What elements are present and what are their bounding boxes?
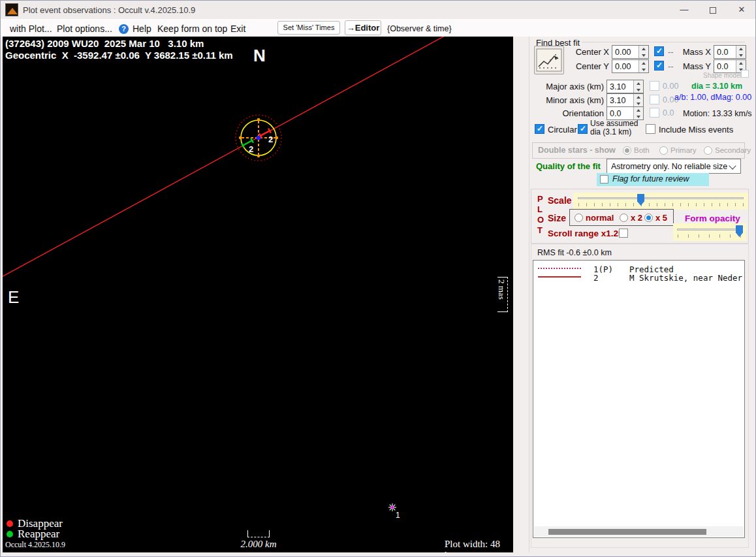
spinner-up-icon[interactable] [634, 80, 643, 87]
minor-axis-checkbox[interactable] [650, 95, 659, 104]
major-axis-spinner[interactable]: 3.10 [606, 80, 644, 93]
quality-combobox[interactable]: Astrometry only. No reliable size [606, 159, 741, 174]
center-x-spinner[interactable]: 0.00 [612, 45, 649, 59]
form-opacity-slider[interactable] [673, 223, 746, 241]
listbox-hscroll-thumb[interactable] [548, 529, 706, 535]
double-both-radio[interactable] [623, 146, 631, 155]
shape-model-checkbox[interactable] [741, 70, 749, 78]
size-normal-label: normal [586, 213, 614, 223]
center-y-spin-buttons [638, 60, 648, 72]
orientation-label: Orientation [536, 108, 604, 118]
menu-plot-options[interactable]: Plot options... [57, 24, 112, 34]
crosshair-dot-s [257, 155, 260, 157]
observer-time-label[interactable]: {Observer & time} [387, 24, 452, 33]
orientation-spinner[interactable]: 0.0 [606, 106, 644, 120]
minor-axis-spinner[interactable]: 3.10 [606, 93, 644, 107]
orientation-spin-buttons [633, 107, 643, 119]
size-x2-radio[interactable] [620, 214, 628, 222]
reappear-dot-icon [7, 531, 13, 537]
plot-letter-l: L [537, 204, 543, 214]
size-radio-group: normal x 2 x 5 [569, 209, 674, 226]
crosshair-dot-w [239, 136, 242, 139]
major-axis-checkbox[interactable] [650, 81, 659, 91]
center-y-checkbox[interactable] [654, 61, 664, 71]
legend-reappear: Reappear [7, 528, 59, 541]
menu-exit[interactable]: Exit [230, 24, 245, 34]
center-x-value: 0.00 [615, 48, 631, 57]
spinner-down-icon[interactable] [639, 52, 648, 59]
size-x5-radio[interactable] [644, 214, 653, 222]
spinner-up-icon[interactable] [634, 94, 643, 101]
center-y-label: Center Y [556, 61, 609, 71]
title-bar[interactable]: Plot event observations : Occult v.4.202… [1, 1, 755, 19]
find-best-fit-groupline [582, 42, 745, 42]
spinner-down-icon[interactable] [634, 101, 643, 107]
reappear-event-label: 2 [249, 144, 253, 154]
center-x-flag: -- [668, 47, 674, 57]
plot-width-label: Plot width: 48 km [445, 539, 513, 552]
motion-text: Motion: 13.33 km/s [683, 109, 752, 118]
scale-slider-ticks [578, 203, 744, 206]
include-miss-label: Include Miss events [659, 125, 733, 135]
center-y-flag: -- [668, 61, 674, 71]
flag-review-checkbox[interactable] [600, 175, 608, 183]
plot-title-line2: Geocentric X -3592.47 ±0.06 Y 3682.15 ±0… [5, 50, 233, 61]
scale-slider[interactable] [573, 193, 748, 210]
double-stars-title: Double stars - show [538, 146, 616, 155]
observation-row[interactable]: 1(P) Predicted [533, 264, 744, 274]
use-assumed-dia-checkbox[interactable] [578, 124, 588, 134]
spinner-up-icon[interactable] [639, 60, 648, 67]
form-opacity-label: Form opacity [685, 214, 740, 223]
maximize-button[interactable] [698, 1, 728, 19]
double-primary-radio[interactable] [659, 146, 668, 155]
double-secondary-radio[interactable] [704, 146, 712, 155]
observations-listbox[interactable]: 1(P) Predicted 2 M Skrutskie, near Neder [533, 260, 745, 538]
crosshair-dot-e [276, 136, 278, 139]
dia-text: dia = 3.10 km [691, 82, 742, 91]
set-miss-times-button[interactable]: Set 'Miss' Times [277, 21, 340, 35]
spinner-up-icon[interactable] [634, 107, 643, 114]
center-y-spinner[interactable]: 0.00 [612, 59, 649, 73]
help-icon: ? [119, 24, 129, 34]
circular-checkbox[interactable] [535, 124, 544, 134]
minimize-button[interactable]: — [669, 1, 699, 19]
editor-button[interactable]: →Editor [345, 20, 381, 35]
observer-line-swatch [538, 276, 581, 278]
scale-label: Scale [548, 195, 572, 206]
menu-keep-on-top[interactable]: Keep form on top [157, 24, 227, 34]
quality-label: Quality of the fit [536, 161, 601, 171]
size-normal-radio[interactable] [575, 214, 583, 222]
spinner-up-icon[interactable] [736, 46, 746, 52]
quality-value: Astrometry only. No reliable size [611, 162, 727, 171]
size-x2-label: x 2 [631, 213, 642, 223]
menu-help[interactable]: Help [133, 24, 151, 34]
menu-with-plot[interactable]: with Plot... [10, 24, 52, 34]
spinner-up-icon[interactable] [736, 60, 746, 67]
minimize-icon: — [680, 5, 689, 14]
center-y-value: 0.00 [615, 62, 631, 71]
major-axis-alt-value: 0.00 [663, 82, 678, 91]
observation-number: 2 [593, 273, 599, 283]
minor-axis-value: 3.10 [610, 96, 625, 105]
include-miss-checkbox[interactable] [646, 124, 655, 134]
scroll-range-checkbox[interactable] [619, 229, 628, 238]
observation-row[interactable]: 2 M Skrutskie, near Neder [533, 273, 744, 282]
scale-slider-track [578, 197, 744, 199]
spinner-down-icon[interactable] [736, 52, 746, 59]
spinner-down-icon[interactable] [639, 67, 648, 73]
plot-version-label: Occult 4.2025.10.9 [5, 540, 65, 550]
close-button[interactable]: ✕ [727, 1, 756, 19]
north-label: N [253, 46, 266, 66]
mass-x-spin-buttons [736, 46, 746, 58]
legend-reappear-label: Reappear [18, 528, 59, 540]
spinner-down-icon[interactable] [634, 87, 643, 93]
disappear-event-label: 2 [268, 135, 273, 144]
mass-x-spinner[interactable]: 0.0 [714, 45, 746, 59]
listbox-hscrollbar[interactable] [534, 526, 744, 537]
plot-canvas[interactable]: (372643) 2009 WU20 2025 Mar 10 3.10 km G… [3, 37, 513, 552]
form-opacity-track [677, 229, 742, 231]
spinner-up-icon[interactable] [639, 46, 648, 52]
center-x-checkbox[interactable] [654, 46, 664, 56]
plot-letter-p: P [537, 194, 543, 204]
orientation-checkbox[interactable] [650, 108, 659, 118]
